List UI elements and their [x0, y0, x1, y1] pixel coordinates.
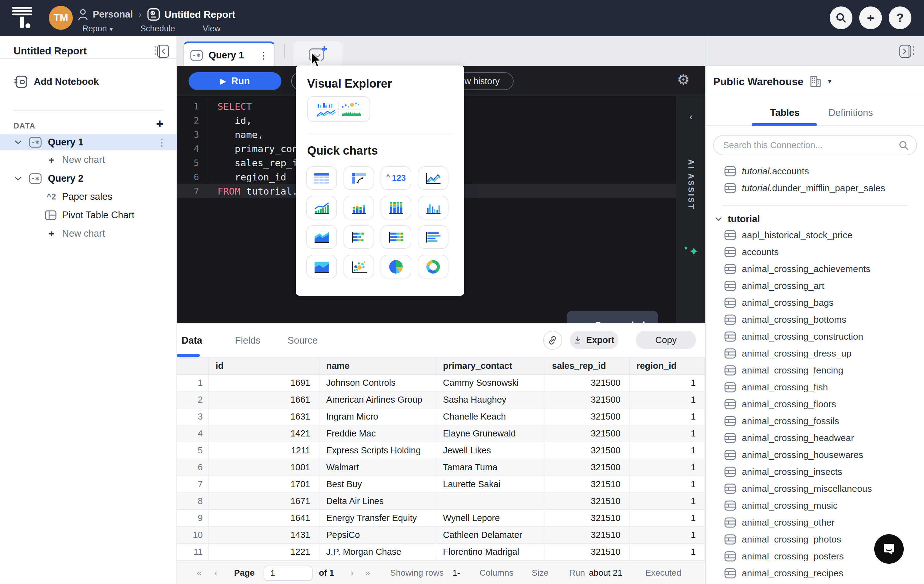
chevron-down-icon[interactable]	[715, 217, 722, 221]
tab-kebab-menu[interactable]: ⋮	[259, 50, 268, 61]
sidebar-item-paper-sales[interactable]: ^2 Paper sales	[0, 189, 177, 204]
table-row[interactable]: 81671Delta Air Lines3215101	[177, 493, 705, 510]
nav-report-menu[interactable]: Report▾	[82, 24, 113, 33]
gear-icon[interactable]: ⚙	[677, 71, 690, 88]
table-list-item[interactable]: animal_crossing_floors	[706, 395, 924, 412]
chevron-down-icon[interactable]	[14, 140, 22, 145]
stacked-area-chart-icon[interactable]	[306, 225, 337, 249]
page-input[interactable]	[264, 566, 313, 581]
pivot-table-chart-icon[interactable]	[343, 166, 374, 190]
connection-search[interactable]	[713, 135, 917, 155]
table-list-item[interactable]: animal_crossing_miscellaneous	[706, 480, 924, 497]
add-notebook-button[interactable]: Add Notebook	[13, 75, 99, 88]
stacked-bar-chart-icon[interactable]	[343, 225, 374, 249]
first-page-button[interactable]: «	[196, 563, 202, 583]
stacked-bar-100-chart-icon[interactable]	[381, 225, 411, 249]
table-list-item[interactable]: animal_crossing_achievements	[706, 260, 924, 277]
last-page-button[interactable]: »	[365, 563, 370, 583]
search-button[interactable]	[830, 7, 852, 29]
table-row[interactable]: 101431PepsiCoCathleen Delamater3215101	[177, 527, 705, 544]
tab-query1[interactable]: Query 1 ⋮	[183, 41, 275, 67]
line-chart-icon[interactable]	[418, 166, 449, 190]
sidebar-item-pivot-table-chart[interactable]: Pivot Table Chart	[0, 207, 177, 223]
table-list-item[interactable]: animal_crossing_recipes	[706, 565, 924, 582]
kebab-menu-icon[interactable]: ⋮	[157, 137, 167, 148]
tab-source[interactable]: Source	[287, 335, 318, 346]
breadcrumb-personal[interactable]: Personal	[93, 9, 133, 20]
ai-assist-panel[interactable]: ‹ AI ASSIST ✦✦	[676, 96, 705, 323]
visual-explorer-button[interactable]	[307, 96, 370, 122]
column-header[interactable]: sales_rep_id	[545, 357, 630, 374]
next-page-button[interactable]: ›	[350, 563, 353, 583]
table-chart-icon[interactable]	[306, 166, 337, 190]
share-link-button[interactable]	[543, 331, 562, 350]
chevron-down-icon[interactable]	[14, 176, 22, 181]
table-list-item[interactable]: accounts	[706, 243, 924, 260]
recent-table-item[interactable]: tutorial.accounts	[706, 162, 924, 180]
table-list-item[interactable]: aapl_historical_stock_price	[706, 227, 924, 243]
table-list-item[interactable]: animal_crossing_dress_up	[706, 345, 924, 362]
nav-schedule[interactable]: Schedule	[140, 24, 175, 33]
bar-chart-icon[interactable]	[418, 225, 449, 249]
schema-tutorial[interactable]: tutorial	[715, 210, 760, 227]
table-list-item[interactable]: animal_crossing_fossils	[706, 412, 924, 429]
expand-panel-button[interactable]	[899, 44, 916, 59]
pie-chart-icon[interactable]	[381, 255, 411, 278]
table-row[interactable]: 41421Freddie MacElayne Grunewald3215001	[177, 425, 705, 442]
area-100-chart-icon[interactable]	[306, 255, 337, 278]
add-query-button[interactable]: +	[156, 116, 164, 131]
table-list-item[interactable]: animal_crossing_art	[706, 277, 924, 294]
nav-view[interactable]: View	[203, 24, 221, 33]
table-list-item[interactable]: animal_crossing_housewares	[706, 446, 924, 463]
table-list-item[interactable]: animal_crossing_music	[706, 497, 924, 514]
caret-down-icon[interactable]: ▾	[828, 78, 831, 86]
connection-name[interactable]: Public Warehouse	[713, 76, 803, 88]
table-body[interactable]: 11691Johnson ControlsCammy Sosnowski3215…	[177, 375, 705, 561]
column-chart-icon[interactable]	[418, 196, 449, 220]
run-button[interactable]: ▶ Run	[189, 72, 281, 90]
table-list-item[interactable]: animal_crossing_fish	[706, 379, 924, 395]
table-row[interactable]: 71701Best BuyLaurette Sakai3215101	[177, 476, 705, 493]
column-header[interactable]: region_id	[630, 357, 705, 374]
table-row[interactable]: 91641Energy Transfer EquityWynell Lepore…	[177, 510, 705, 527]
tab-fields[interactable]: Fields	[235, 335, 261, 346]
size-label[interactable]: Size	[532, 563, 548, 583]
table-row[interactable]: 31631Ingram MicroChanelle Keach3215001	[177, 409, 705, 425]
column-header[interactable]: name	[320, 357, 436, 374]
recent-table-item[interactable]: tutorial.dunder_mifflin_paper_sales	[706, 180, 924, 197]
sidebar-item-query2[interactable]: Query 2	[0, 170, 177, 187]
chat-widget-button[interactable]	[874, 534, 904, 564]
sidebar-item-query1[interactable]: Query 1 ⋮	[0, 134, 177, 150]
collapse-sidebar-button[interactable]	[153, 44, 170, 59]
column-header[interactable]: primary_contact	[436, 357, 545, 374]
scatter-plot-icon[interactable]	[343, 255, 374, 278]
table-list-item[interactable]: animal_crossing_construction	[706, 328, 924, 345]
export-button[interactable]: Export	[570, 331, 618, 349]
tab-tables[interactable]: Tables	[770, 107, 800, 118]
table-row[interactable]: 111221J.P. Morgan ChaseFlorentino Madrig…	[177, 544, 705, 561]
table-row[interactable]: 21661American Airlines GroupSasha Haughe…	[177, 392, 705, 409]
table-list-item[interactable]: animal_crossing_insects	[706, 463, 924, 480]
table-list-item[interactable]: animal_crossing_bags	[706, 294, 924, 311]
report-title[interactable]: Untitled Report	[164, 9, 235, 20]
table-row[interactable]: 11691Johnson ControlsCammy Sosnowski3215…	[177, 375, 705, 392]
table-row[interactable]: 51211Express Scripts HoldingJewell Likes…	[177, 442, 705, 459]
tab-definitions[interactable]: Definitions	[828, 107, 873, 118]
table-row[interactable]: 61001WalmartTamara Tuma3215001	[177, 459, 705, 476]
table-list-item[interactable]: animal_crossing_headwear	[706, 429, 924, 446]
columns-label[interactable]: Columns	[480, 563, 513, 583]
donut-chart-icon[interactable]	[418, 255, 449, 278]
copy-button[interactable]: Copy	[636, 331, 696, 349]
tab-data[interactable]: Data	[182, 335, 202, 346]
sidebar-item-new-chart-1[interactable]: + New chart	[0, 152, 177, 167]
sidebar-item-new-chart-2[interactable]: + New chart	[0, 226, 177, 241]
app-logo-icon[interactable]	[12, 6, 33, 30]
stacked-column-chart-icon[interactable]	[343, 196, 374, 220]
stacked-column-100-chart-icon[interactable]	[381, 196, 411, 220]
search-input[interactable]	[723, 137, 895, 153]
add-button[interactable]: +	[859, 7, 882, 29]
big-number-chart-icon[interactable]: ^123	[381, 166, 411, 190]
table-list-item[interactable]: animal_crossing_bottoms	[706, 311, 924, 328]
prev-page-button[interactable]: ‹	[214, 563, 218, 583]
help-button[interactable]: ?	[889, 7, 911, 29]
